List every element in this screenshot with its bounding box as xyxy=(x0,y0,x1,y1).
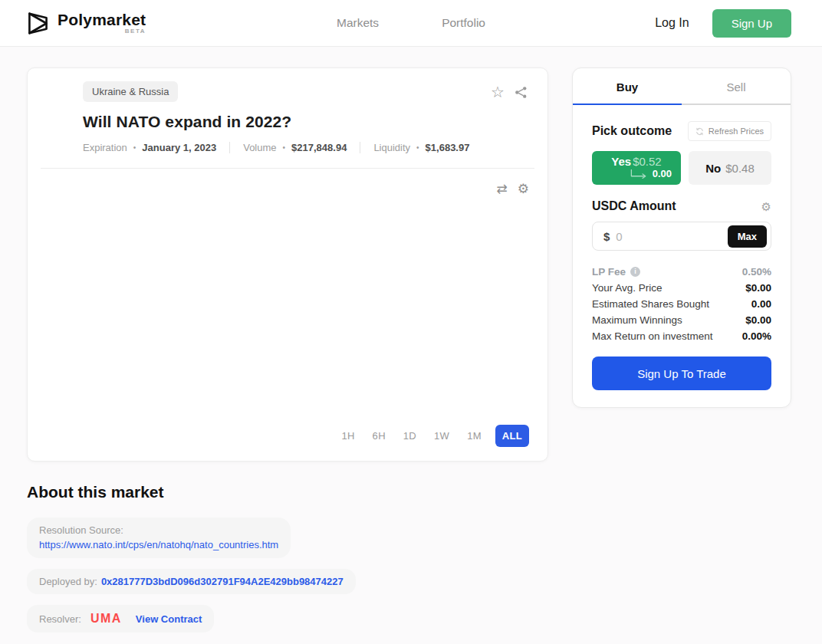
shares-elbow-arrow-icon xyxy=(630,169,647,179)
trade-summary: LP Fee i 0.50% Your Avg. Price $0.00 Est… xyxy=(592,264,771,344)
uma-logo: UMA xyxy=(90,612,122,626)
about-section: About this market Resolution Source: htt… xyxy=(0,462,822,644)
separator-dot: • xyxy=(133,143,136,152)
meta-volume: Volume • $217,848.94 xyxy=(229,142,360,153)
deployer-address-link[interactable]: 0x281777D3bdD096d302791F94A2E429bb984742… xyxy=(101,576,344,587)
market-meta: Expiration • January 1, 2023 Volume • $2… xyxy=(83,142,528,153)
tab-sell[interactable]: Sell xyxy=(682,68,791,105)
pick-outcome-heading: Pick outcome xyxy=(592,124,672,138)
deployed-by-label: Deployed by: xyxy=(39,576,97,587)
time-range-1h[interactable]: 1H xyxy=(337,425,358,447)
nav-portfolio[interactable]: Portfolio xyxy=(442,16,485,30)
time-range-all[interactable]: ALL xyxy=(495,425,529,447)
market-title: Will NATO expand in 2022? xyxy=(83,113,528,131)
toggle-chart-view-icon[interactable]: ⇄ xyxy=(497,182,508,196)
chart-area: ⇄ ⚙ xyxy=(28,169,547,425)
favorite-star-icon[interactable]: ☆ xyxy=(491,84,505,100)
tab-buy[interactable]: Buy xyxy=(573,68,682,105)
top-header: Polymarket BETA Markets Portfolio Log In… xyxy=(0,0,822,47)
chart-settings-gear-icon[interactable]: ⚙ xyxy=(518,182,529,196)
main-nav: Markets Portfolio xyxy=(337,16,485,30)
summary-row-max-winnings: Maximum Winnings $0.00 xyxy=(592,312,771,328)
polymarket-logo[interactable]: Polymarket BETA xyxy=(28,12,146,35)
share-icon[interactable] xyxy=(515,86,528,99)
refresh-prices-button[interactable]: Refresh Prices xyxy=(688,121,771,141)
time-range-1d[interactable]: 1D xyxy=(399,425,420,447)
trade-panel: Buy Sell Pick outcome Refresh Prices xyxy=(572,67,791,408)
sign-up-to-trade-button[interactable]: Sign Up To Trade xyxy=(592,356,771,390)
separator-dot: • xyxy=(283,143,286,152)
outcome-yes-button[interactable]: Yes$0.52 0.00 xyxy=(592,151,681,185)
market-card: Ukraine & Russia ☆ Will NATO expand in 2… xyxy=(27,67,548,462)
buy-sell-tabs: Buy Sell xyxy=(573,68,791,105)
meta-expiration: Expiration • January 1, 2023 xyxy=(83,142,229,153)
amount-settings-gear-icon[interactable]: ⚙ xyxy=(761,201,771,212)
summary-row-avg-price: Your Avg. Price $0.00 xyxy=(592,280,771,296)
resolution-source-pill: Resolution Source: https://www.nato.int/… xyxy=(27,518,291,558)
summary-row-estimated-shares: Estimated Shares Bought 0.00 xyxy=(592,296,771,312)
market-card-header: Ukraine & Russia ☆ Will NATO expand in 2… xyxy=(28,68,547,168)
info-icon[interactable]: i xyxy=(630,267,640,277)
usdc-amount-heading: USDC Amount xyxy=(592,199,676,213)
time-range-1w[interactable]: 1W xyxy=(430,425,453,447)
meta-liquidity: Liquidity • $1,683.97 xyxy=(360,142,482,153)
category-tag[interactable]: Ukraine & Russia xyxy=(83,81,178,102)
usdc-amount-input[interactable] xyxy=(610,230,727,243)
max-button[interactable]: Max xyxy=(728,225,767,248)
time-range-6h[interactable]: 6H xyxy=(369,425,390,447)
view-contract-link[interactable]: View Contract xyxy=(136,613,202,625)
resolver-pill: Resolver: UMA View Contract xyxy=(27,605,214,632)
about-title: About this market xyxy=(27,483,791,501)
polymarket-logo-icon xyxy=(28,12,48,35)
time-range-1m[interactable]: 1M xyxy=(463,425,485,447)
separator-dot: • xyxy=(416,143,419,152)
dollar-prefix: $ xyxy=(603,230,610,243)
summary-row-lp-fee: LP Fee i 0.50% xyxy=(592,264,771,280)
outcome-buttons: Yes$0.52 0.00 No $0.48 xyxy=(592,151,771,185)
logo-beta-label: BETA xyxy=(58,28,146,34)
log-in-link[interactable]: Log In xyxy=(655,16,689,30)
logo-wordmark: Polymarket xyxy=(58,12,146,28)
page-content: Ukraine & Russia ☆ Will NATO expand in 2… xyxy=(0,47,822,462)
time-range-selector: 1H 6H 1D 1W 1M ALL xyxy=(28,425,547,461)
nav-markets[interactable]: Markets xyxy=(337,16,379,30)
header-actions: Log In Sign Up xyxy=(655,9,791,38)
resolver-label: Resolver: xyxy=(39,613,81,625)
refresh-icon xyxy=(695,127,704,136)
deployed-by-pill: Deployed by: 0x281777D3bdD096d302791F94A… xyxy=(27,569,356,594)
summary-row-max-return: Max Return on investment 0.00% xyxy=(592,328,771,344)
resolution-source-label: Resolution Source: xyxy=(39,524,278,536)
outcome-no-button[interactable]: No $0.48 xyxy=(689,151,771,185)
sign-up-button[interactable]: Sign Up xyxy=(712,9,791,38)
amount-input-box: $ Max xyxy=(592,222,771,251)
resolution-source-link[interactable]: https://www.nato.int/cps/en/natohq/nato_… xyxy=(39,539,278,550)
